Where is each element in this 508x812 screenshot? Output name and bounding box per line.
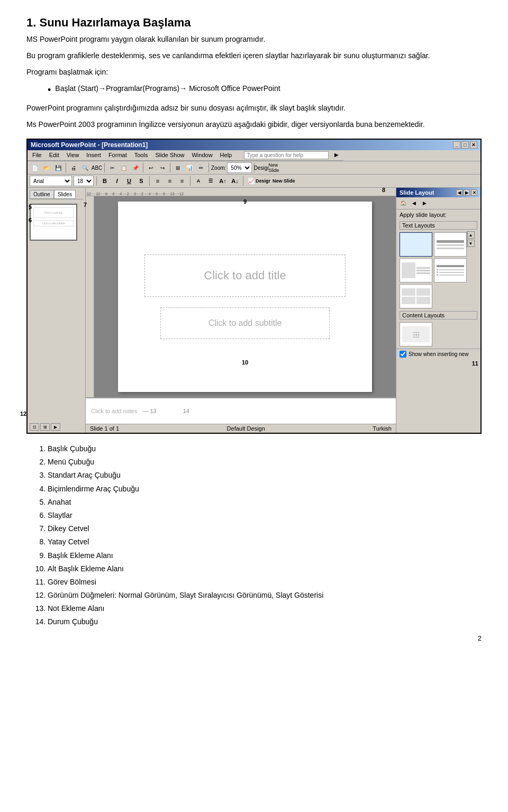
notes-area[interactable]: Click to add notes — 13 14 bbox=[86, 397, 396, 424]
chart-btn[interactable]: 📊 bbox=[184, 162, 195, 173]
help-input[interactable] bbox=[244, 151, 329, 159]
print-btn[interactable]: 🖨 bbox=[68, 162, 79, 173]
close-button[interactable]: ✕ bbox=[470, 141, 477, 149]
layout-two-col[interactable] bbox=[400, 258, 432, 282]
layout-bullets-inner bbox=[434, 263, 466, 278]
panel-back-btn[interactable]: ◀ bbox=[409, 198, 419, 208]
content-layout-1[interactable]: ⊞ bbox=[400, 322, 432, 346]
normal-view-btn[interactable]: ⊡ bbox=[30, 423, 39, 431]
panel-nav-right[interactable]: ▶ bbox=[464, 189, 470, 196]
menu-view[interactable]: View bbox=[64, 151, 82, 159]
view-buttons: ⊡ ⊞ ▶ bbox=[30, 423, 60, 431]
slide-title-placeholder[interactable]: Click to add title bbox=[144, 254, 346, 297]
status-design: Default Design bbox=[227, 425, 265, 432]
slide-subtitle-placeholder[interactable]: Click to add subtitle bbox=[160, 307, 330, 339]
insert-chart-btn2[interactable]: 📈 bbox=[246, 176, 257, 186]
fmt-sep3 bbox=[190, 176, 190, 186]
ruler-h-ticks: ·12·····10·····8·····6·····4·····2·····0… bbox=[86, 192, 184, 196]
menu-help[interactable]: Help bbox=[217, 151, 235, 159]
menu-slideshow[interactable]: Slide Show bbox=[152, 151, 187, 159]
drawing-btn[interactable]: ✏ bbox=[196, 162, 206, 173]
maximize-button[interactable]: □ bbox=[461, 141, 469, 149]
layout-blank[interactable] bbox=[400, 232, 432, 257]
underline-btn[interactable]: U bbox=[124, 176, 134, 186]
panel-home-btn[interactable]: 🏠 bbox=[398, 198, 408, 208]
layout-bullet-lines bbox=[437, 269, 464, 276]
menu-insert[interactable]: Insert bbox=[84, 151, 104, 159]
undo-btn[interactable]: ↩ bbox=[146, 162, 156, 173]
bullets-btn[interactable]: ☰ bbox=[205, 176, 216, 186]
spell-btn[interactable]: ABC bbox=[92, 162, 102, 173]
preview-btn[interactable]: 🔍 bbox=[80, 162, 90, 173]
layout-bullets[interactable] bbox=[434, 258, 467, 282]
layout-col-line3 bbox=[416, 272, 430, 274]
panel-fwd-btn[interactable]: ▶ bbox=[420, 198, 429, 208]
paragraph-4: PowerPoint programını çalıştırdığımızda … bbox=[26, 103, 482, 114]
decrease-size-btn[interactable]: A↓ bbox=[230, 176, 240, 186]
panel-controls: ◀ ▶ ✕ bbox=[456, 189, 477, 196]
menu-edit[interactable]: Edit bbox=[47, 151, 62, 159]
design-btn2[interactable]: Design bbox=[258, 176, 269, 186]
titlebar-controls: _ □ ✕ bbox=[453, 141, 477, 149]
open-btn[interactable]: 📂 bbox=[41, 162, 52, 173]
slide-thumbnail-container: 1 Click to add title Click to add subtit… bbox=[30, 204, 83, 241]
save-btn[interactable]: 💾 bbox=[53, 162, 64, 173]
slide-subtitle-text: Click to add subtitle bbox=[208, 318, 282, 328]
new-slide-btn2[interactable]: New Slide bbox=[270, 176, 297, 186]
new-slide-btn[interactable]: New Slide bbox=[268, 162, 279, 173]
copy-btn[interactable]: 📋 bbox=[119, 162, 129, 173]
align-center-btn[interactable]: ≡ bbox=[165, 176, 175, 186]
layout-col-left bbox=[402, 262, 415, 278]
slide-thumbnail-1[interactable]: Click to add title Click to add subtitle bbox=[30, 204, 77, 241]
layout-four-box[interactable] bbox=[400, 284, 432, 308]
status-slide-info: Slide 1 of 1 bbox=[90, 425, 119, 432]
design-btn[interactable]: Design bbox=[257, 162, 267, 173]
italic-btn[interactable]: I bbox=[112, 176, 122, 186]
align-right-btn[interactable]: ≡ bbox=[177, 176, 187, 186]
font-color-btn[interactable]: A bbox=[193, 176, 204, 186]
menu-tools[interactable]: Tools bbox=[132, 151, 151, 159]
redo-btn[interactable]: ↪ bbox=[157, 162, 168, 173]
bullet-dot-1 bbox=[437, 269, 438, 270]
new-btn[interactable]: 📄 bbox=[30, 162, 40, 173]
font-size-select[interactable]: 18 bbox=[74, 176, 94, 186]
panel-nav-left[interactable]: ◀ bbox=[456, 189, 462, 196]
font-select[interactable]: Arial bbox=[30, 176, 72, 186]
panel-close[interactable]: ✕ bbox=[471, 189, 477, 196]
slide-show-btn[interactable]: ▶ bbox=[51, 423, 60, 431]
content-icon: ⊞ bbox=[402, 326, 430, 342]
paragraph-5: Ms PowerPoint 2003 programının İngilizce… bbox=[26, 119, 482, 130]
layout-line-1 bbox=[437, 240, 464, 243]
slide-sorter-btn[interactable]: ⊞ bbox=[40, 423, 50, 431]
sep1 bbox=[66, 163, 66, 172]
cut-btn[interactable]: ✂ bbox=[107, 162, 117, 173]
menu-format[interactable]: Format bbox=[106, 151, 130, 159]
paste-btn[interactable]: 📌 bbox=[130, 162, 141, 173]
table-btn[interactable]: ⊞ bbox=[173, 162, 183, 173]
outline-tab[interactable]: Outline bbox=[30, 190, 54, 199]
show-inserting-checkbox[interactable] bbox=[400, 351, 406, 358]
shadow-btn[interactable]: S bbox=[136, 176, 147, 186]
four-box-1 bbox=[402, 288, 415, 296]
layout-line-3 bbox=[437, 248, 464, 249]
four-box-4 bbox=[416, 297, 430, 304]
show-inserting-row: Show when inserting new bbox=[396, 349, 480, 359]
scroll-up[interactable]: ▲ bbox=[467, 231, 475, 239]
bullet-icon: • bbox=[48, 83, 51, 97]
layout-bullet-line3 bbox=[437, 274, 464, 276]
help-arrow[interactable]: ▶ bbox=[332, 151, 341, 159]
increase-size-btn[interactable]: A↑ bbox=[217, 176, 228, 186]
bullet-text-3 bbox=[439, 275, 464, 276]
minimize-button[interactable]: _ bbox=[453, 141, 460, 149]
four-box-3 bbox=[402, 297, 415, 304]
menu-file[interactable]: File bbox=[30, 151, 44, 159]
align-left-btn[interactable]: ≡ bbox=[152, 176, 163, 186]
layout-col-line1 bbox=[416, 267, 430, 269]
bold-btn[interactable]: B bbox=[99, 176, 110, 186]
scroll-down[interactable]: ▼ bbox=[467, 240, 475, 247]
menu-window[interactable]: Window bbox=[189, 151, 215, 159]
zoom-select[interactable]: 50% bbox=[227, 162, 252, 173]
slides-tab[interactable]: Slides bbox=[54, 190, 76, 199]
layout-title-line[interactable] bbox=[434, 232, 467, 257]
ruler-vertical: 7 bbox=[86, 196, 94, 397]
